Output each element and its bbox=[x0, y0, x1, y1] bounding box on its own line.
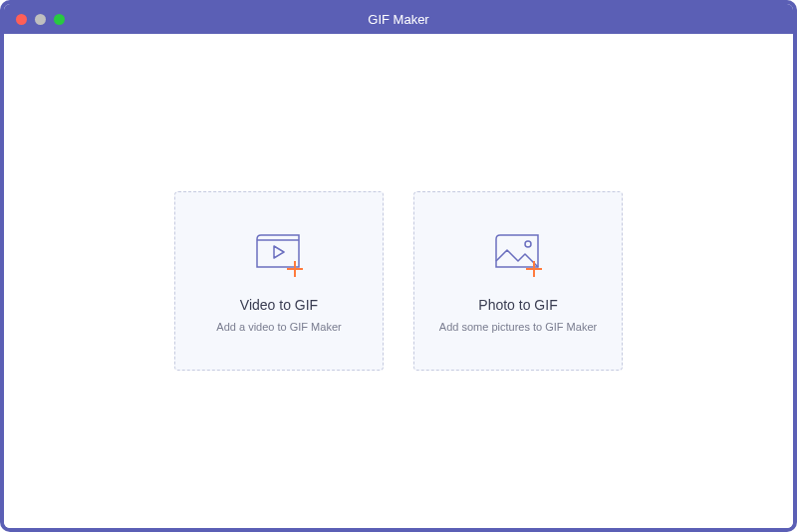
card-title: Video to GIF bbox=[240, 297, 318, 313]
titlebar: GIF Maker bbox=[4, 4, 793, 34]
window-controls bbox=[16, 14, 65, 25]
video-to-gif-card[interactable]: Video to GIF Add a video to GIF Maker bbox=[174, 191, 384, 371]
main-content: Video to GIF Add a video to GIF Maker Ph… bbox=[4, 34, 793, 528]
card-subtitle: Add some pictures to GIF Maker bbox=[439, 321, 597, 333]
window-title: GIF Maker bbox=[368, 12, 428, 27]
card-title: Photo to GIF bbox=[478, 297, 557, 313]
app-window: GIF Maker Video to GIF Add a video to GI… bbox=[0, 0, 797, 532]
maximize-window-button[interactable] bbox=[54, 14, 65, 25]
minimize-window-button[interactable] bbox=[35, 14, 46, 25]
photo-to-gif-card[interactable]: Photo to GIF Add some pictures to GIF Ma… bbox=[413, 191, 623, 371]
close-window-button[interactable] bbox=[16, 14, 27, 25]
video-add-icon bbox=[249, 229, 309, 279]
photo-add-icon bbox=[488, 229, 548, 279]
svg-point-3 bbox=[525, 241, 531, 247]
card-subtitle: Add a video to GIF Maker bbox=[216, 321, 341, 333]
